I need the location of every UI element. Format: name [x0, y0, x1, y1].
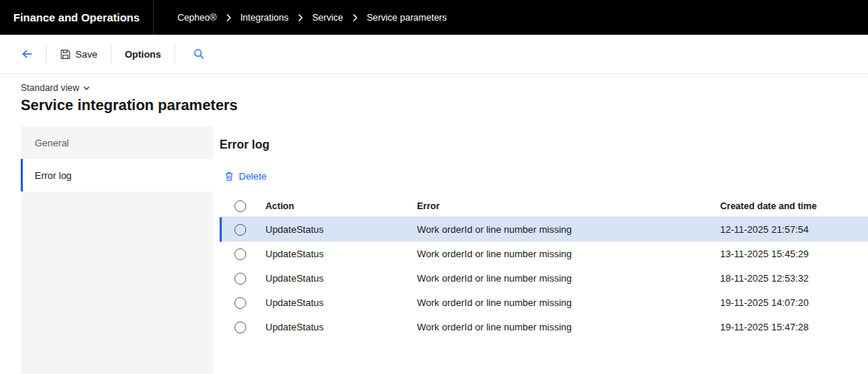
- delete-button[interactable]: Delete: [220, 168, 271, 185]
- sidebar-item-label: General: [35, 137, 69, 149]
- chevron-right-icon: [296, 13, 304, 22]
- chevron-down-icon: [82, 84, 91, 92]
- trash-icon: [224, 171, 234, 182]
- page-title: Service integration parameters: [21, 97, 868, 114]
- chevron-right-icon: [225, 13, 232, 22]
- breadcrumb-item-cepheo[interactable]: Cepheo®: [177, 13, 217, 23]
- breadcrumb-item-service[interactable]: Service: [312, 13, 343, 23]
- command-bar: Save Options: [0, 35, 868, 74]
- top-app-bar: Finance and Operations Cepheo® Integrati…: [0, 0, 868, 35]
- back-button[interactable]: [16, 44, 38, 64]
- grid-toolbar: Delete: [220, 168, 868, 185]
- cell-created: 18-11-2025 12:53:32: [720, 273, 868, 284]
- options-button[interactable]: Options: [119, 44, 167, 64]
- toolbar-divider: [46, 45, 47, 63]
- view-selector-label: Standard view: [21, 83, 79, 93]
- select-all-checkbox[interactable]: [234, 200, 246, 212]
- row-select-radio[interactable]: [234, 248, 246, 260]
- column-header-error[interactable]: Error: [417, 201, 720, 211]
- section-heading: Error log: [220, 138, 868, 152]
- cell-error: Work orderId or line number missing: [417, 248, 720, 259]
- cell-action: UpdateStatus: [265, 297, 417, 308]
- table-row[interactable]: UpdateStatus Work orderId or line number…: [220, 266, 868, 290]
- error-log-table: Action Error Created date and time Updat…: [220, 195, 868, 339]
- row-select-radio[interactable]: [234, 297, 246, 309]
- sidebar-item-error-log[interactable]: Error log: [21, 159, 213, 191]
- cell-action: UpdateStatus: [265, 248, 417, 259]
- cell-error: Work orderId or line number missing: [417, 297, 720, 308]
- toolbar-divider: [111, 45, 112, 63]
- table-row[interactable]: UpdateStatus Work orderId or line number…: [220, 217, 868, 242]
- delete-button-label: Delete: [239, 171, 267, 182]
- left-nav: General Error log: [21, 126, 213, 374]
- sidebar-item-general[interactable]: General: [21, 126, 213, 159]
- breadcrumb-item-service-parameters[interactable]: Service parameters: [367, 13, 447, 23]
- arrow-left-icon: [21, 48, 34, 60]
- app-title[interactable]: Finance and Operations: [0, 0, 154, 35]
- view-selector[interactable]: Standard view: [21, 83, 91, 93]
- cell-action: UpdateStatus: [265, 224, 417, 235]
- chevron-right-icon: [351, 13, 359, 22]
- cell-error: Work orderId or line number missing: [417, 322, 720, 333]
- save-button-label: Save: [75, 49, 98, 60]
- table-row[interactable]: UpdateStatus Work orderId or line number…: [220, 242, 868, 266]
- row-select-radio[interactable]: [234, 224, 246, 236]
- cell-error: Work orderId or line number missing: [417, 224, 720, 235]
- main-area: General Error log Error log Delete Actio…: [0, 126, 868, 374]
- cell-created: 13-11-2025 15:45:29: [720, 248, 868, 259]
- row-select-radio[interactable]: [234, 322, 246, 333]
- cell-created: 19-11-2025 15:47:28: [720, 322, 868, 333]
- breadcrumb: Cepheo® Integrations Service Service par…: [177, 13, 447, 23]
- toolbar-divider: [174, 45, 175, 63]
- save-button[interactable]: Save: [54, 44, 104, 64]
- breadcrumb-item-integrations[interactable]: Integrations: [240, 13, 288, 23]
- save-icon: [60, 49, 71, 60]
- content-panel: Error log Delete Action Error Created da…: [213, 126, 868, 374]
- search-icon: [193, 48, 205, 60]
- cell-action: UpdateStatus: [265, 322, 417, 333]
- cell-created: 12-11-2025 21:57:54: [720, 224, 868, 235]
- column-header-action[interactable]: Action: [265, 201, 417, 211]
- column-header-created[interactable]: Created date and time: [720, 201, 868, 211]
- search-button[interactable]: [187, 44, 211, 64]
- table-row[interactable]: UpdateStatus Work orderId or line number…: [220, 315, 868, 339]
- cell-error: Work orderId or line number missing: [417, 273, 720, 284]
- table-header-row: Action Error Created date and time: [220, 195, 868, 217]
- cell-action: UpdateStatus: [265, 273, 417, 284]
- table-row[interactable]: UpdateStatus Work orderId or line number…: [220, 290, 868, 315]
- table-body: UpdateStatus Work orderId or line number…: [220, 217, 868, 339]
- sidebar-item-label: Error log: [35, 170, 72, 181]
- cell-created: 19-11-2025 14:07:20: [720, 297, 868, 308]
- row-select-radio[interactable]: [234, 273, 246, 285]
